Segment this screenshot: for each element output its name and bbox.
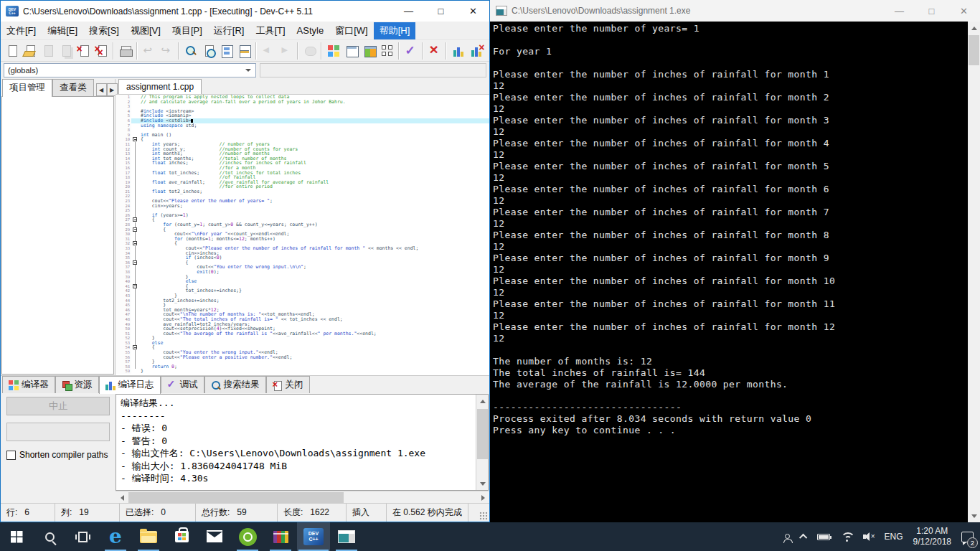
- scroll-down-icon[interactable]: [968, 510, 980, 522]
- clock[interactable]: 1:20 AM 9/12/2018: [908, 522, 956, 551]
- resize-grip[interactable]: [479, 512, 488, 520]
- code-line[interactable]: 52 }: [116, 336, 489, 341]
- devcpp-titlebar[interactable]: DEVC++ C:\Users\Lenovo\Downloads\assignm…: [1, 1, 489, 22]
- console-output[interactable]: Please enter the number of years= 1 For …: [490, 22, 968, 522]
- action-center-icon[interactable]: 2: [956, 522, 979, 551]
- compile-run-button[interactable]: [360, 42, 378, 60]
- compile-button[interactable]: [324, 42, 342, 60]
- taskbar-store[interactable]: [165, 522, 198, 551]
- find-in-files-button[interactable]: [199, 42, 217, 60]
- fold-marker-icon[interactable]: [133, 137, 137, 141]
- taskbar-edge[interactable]: e: [99, 522, 132, 551]
- code-line[interactable]: 59}: [116, 369, 489, 374]
- fold-marker-icon[interactable]: [133, 241, 137, 245]
- bottom-tab-search-results[interactable]: 搜索结果: [204, 376, 266, 393]
- close-all-button[interactable]: [93, 42, 110, 60]
- menu-tools[interactable]: 工具[T]: [250, 22, 291, 39]
- console-titlebar[interactable]: C:\Users\Lenovo\Downloads\assignment 1.e…: [490, 0, 980, 22]
- close-button[interactable]: ✕: [457, 1, 489, 22]
- scrollbar-thumb[interactable]: [477, 409, 488, 459]
- wifi-icon[interactable]: [835, 522, 858, 551]
- console-scrollbar[interactable]: [968, 22, 980, 522]
- fold-marker-icon[interactable]: [133, 284, 137, 288]
- delete-profiling-button[interactable]: [467, 42, 485, 60]
- project-tree-panel[interactable]: [1, 96, 114, 375]
- bottom-tab-compile-log[interactable]: 编译日志: [99, 376, 161, 394]
- language-indicator[interactable]: ENG: [880, 522, 908, 551]
- taskbar-green-app[interactable]: [231, 522, 264, 551]
- abort-compile-button[interactable]: [425, 42, 443, 60]
- code-line[interactable]: 58 return 0;: [116, 364, 489, 369]
- bottom-tab-resources[interactable]: 资源: [55, 376, 99, 393]
- code-line[interactable]: 51 cout<<"The average of the rainfall is…: [116, 331, 489, 336]
- menu-astyle[interactable]: AStyle: [291, 23, 330, 38]
- fold-marker-icon[interactable]: [133, 260, 137, 265]
- syntax-check-button[interactable]: [402, 42, 420, 60]
- code-area[interactable]: 1// This program is apply nested loops t…: [116, 95, 489, 375]
- taskbar-search[interactable]: [33, 522, 66, 551]
- scroll-right-icon[interactable]: [477, 491, 489, 504]
- code-line[interactable]: 56 cout<<"Please enter a positive number…: [116, 355, 489, 360]
- scroll-up-icon[interactable]: [968, 22, 980, 34]
- maximize-button[interactable]: □: [425, 1, 457, 22]
- taskbar-devcpp[interactable]: DEVC++: [297, 522, 330, 551]
- code-line[interactable]: 53 else: [116, 341, 489, 346]
- menu-window[interactable]: 窗口[W]: [329, 22, 374, 39]
- globals-dropdown[interactable]: (globals): [4, 63, 256, 77]
- code-line[interactable]: 9int main (): [116, 133, 489, 138]
- fold-marker-icon[interactable]: [133, 227, 137, 232]
- chevron-up-icon[interactable]: [796, 522, 812, 551]
- shorten-paths-checkbox[interactable]: [6, 451, 16, 460]
- run-button[interactable]: [342, 42, 360, 60]
- split-view-2-button[interactable]: [235, 42, 253, 60]
- code-line[interactable]: 44 tot2_inches+=inches;: [116, 298, 489, 303]
- taskbar-console[interactable]: [330, 522, 363, 551]
- code-line[interactable]: 28 for (count_y=1; count_y>0 && count_y<…: [116, 222, 489, 227]
- sidebar-tab-project-manager[interactable]: 项目管理: [2, 79, 52, 97]
- fold-marker-icon[interactable]: [133, 217, 137, 222]
- horizontal-scrollbar[interactable]: [116, 491, 489, 503]
- tab-scroll-left-icon[interactable]: ◀: [96, 83, 107, 96]
- minimize-button[interactable]: —: [392, 1, 425, 22]
- menu-run[interactable]: 运行[R]: [208, 22, 250, 39]
- menu-search[interactable]: 搜索[S]: [83, 22, 125, 39]
- compile-log-scrollbar[interactable]: [476, 395, 488, 490]
- menu-edit[interactable]: 编辑[E]: [42, 22, 83, 39]
- console-close-button[interactable]: ✕: [948, 0, 980, 22]
- taskbar-file-explorer[interactable]: [132, 522, 165, 551]
- code-line[interactable]: 7using namespace std;: [116, 123, 489, 128]
- profile-button[interactable]: [449, 42, 467, 60]
- console-minimize-button[interactable]: —: [883, 0, 915, 22]
- code-line[interactable]: 24 cin>>years;: [116, 204, 489, 209]
- code-line[interactable]: 8: [116, 128, 489, 133]
- new-file-button[interactable]: [3, 42, 21, 60]
- sidebar-tab-class-viewer[interactable]: 查看类: [52, 79, 94, 96]
- print-button[interactable]: [116, 42, 134, 60]
- code-line[interactable]: 21 float tot2_inches;: [116, 189, 489, 194]
- editor-tab[interactable]: assignment 1.cpp: [118, 79, 202, 94]
- menu-view[interactable]: 视图[V]: [125, 22, 166, 39]
- volume-muted-icon[interactable]: ×: [858, 522, 880, 551]
- taskbar-mail[interactable]: [198, 522, 231, 551]
- bottom-tab-debug[interactable]: 调试: [161, 376, 204, 393]
- bottom-tab-close[interactable]: 关闭: [266, 376, 310, 393]
- scroll-up-icon[interactable]: [476, 395, 489, 407]
- code-line[interactable]: 2// and calculate average rain-fall over…: [116, 100, 489, 105]
- menu-file[interactable]: 文件[F]: [1, 22, 42, 39]
- console-maximize-button[interactable]: □: [915, 0, 948, 22]
- scrollbar-thumb[interactable]: [128, 492, 344, 503]
- scroll-down-icon[interactable]: [476, 478, 489, 490]
- close-file-button[interactable]: [75, 42, 93, 60]
- scroll-left-icon[interactable]: [116, 491, 128, 504]
- taskbar-start[interactable]: [0, 522, 33, 551]
- fold-marker-icon[interactable]: [133, 345, 137, 349]
- taskbar-task-view[interactable]: [66, 522, 99, 551]
- open-file-button[interactable]: [21, 42, 39, 60]
- rebuild-all-button[interactable]: [378, 42, 396, 60]
- bottom-tab-compiler[interactable]: 编译器: [2, 376, 55, 393]
- split-view-button[interactable]: [217, 42, 235, 60]
- members-dropdown[interactable]: [260, 63, 486, 77]
- people-icon[interactable]: [780, 522, 796, 551]
- find-button[interactable]: [182, 42, 199, 60]
- menu-help[interactable]: 帮助[H]: [374, 22, 416, 39]
